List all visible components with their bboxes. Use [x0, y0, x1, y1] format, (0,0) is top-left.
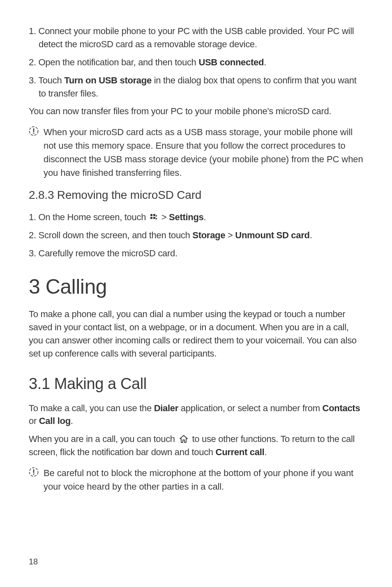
warning-icon — [29, 467, 44, 477]
step-b-2: 2. Scroll down the screen, and then touc… — [29, 229, 363, 242]
svg-rect-11 — [33, 474, 35, 475]
heading-making-call: 3.1 Making a Call — [29, 375, 363, 393]
step-b-1-post: . — [203, 212, 206, 222]
step-b-1: 1. On the Home screen, touch > Settings. — [29, 211, 363, 224]
para-c-b3: Call log — [39, 416, 71, 426]
para-c-post: . — [71, 416, 73, 426]
step-a-2-bold: USB connected — [198, 57, 264, 67]
svg-rect-2 — [33, 133, 35, 134]
svg-rect-10 — [33, 470, 35, 473]
step-b-2-mid: > — [225, 230, 235, 240]
svg-rect-3 — [150, 214, 152, 216]
step-b-2-post: . — [310, 230, 312, 240]
para-c-b2: Contacts — [323, 403, 360, 413]
heading-calling: 3 Calling — [29, 275, 363, 299]
paragraph-in-call: When you are in a call, you can touch to… — [29, 433, 363, 459]
step-b-3: 3. Carefully remove the microSD card. — [29, 247, 363, 260]
note-microphone: Be careful not to block the microphone a… — [29, 466, 363, 493]
step-a-2-post: . — [264, 57, 266, 67]
svg-rect-4 — [153, 214, 155, 216]
step-b-1-pre: 1. On the Home screen, touch — [29, 212, 148, 222]
step-a-3-bold: Turn on USB storage — [64, 75, 152, 85]
step-b-2-pre: 2. Scroll down the screen, and then touc… — [29, 230, 192, 240]
svg-rect-6 — [153, 217, 155, 219]
note-usb-storage: When your microSD card acts as a USB mas… — [29, 125, 363, 180]
step-a-2: 2. Open the notification bar, and then t… — [29, 56, 363, 69]
paragraph-dialer: To make a call, you can use the Dialer a… — [29, 402, 363, 428]
paragraph-calling-intro: To make a phone call, you can dial a num… — [29, 308, 363, 360]
note-microphone-text: Be careful not to block the microphone a… — [44, 466, 363, 493]
note-usb-text: When your microSD card acts as a USB mas… — [44, 125, 363, 180]
para-c-b1: Dialer — [154, 403, 178, 413]
svg-rect-8 — [156, 218, 157, 219]
step-a-3-pre: 3. Touch — [29, 75, 64, 85]
para-d-pre: When you are in a call, you can touch — [29, 434, 178, 444]
home-icon — [179, 435, 188, 443]
warning-icon — [29, 126, 44, 136]
step-a-1: 1. Connect your mobile phone to your PC … — [29, 25, 363, 51]
heading-removing-sd: 2.8.3 Removing the microSD Card — [29, 189, 363, 202]
svg-rect-7 — [156, 215, 157, 216]
step-a-3: 3. Touch Turn on USB storage in the dial… — [29, 74, 363, 100]
step-b-2-bold1: Storage — [192, 230, 225, 240]
para-d-bold: Current call — [216, 447, 265, 457]
step-b-1-bold: Settings — [169, 212, 203, 222]
paragraph-transfer-files: You can now transfer files from your PC … — [29, 105, 363, 118]
para-d-post: . — [264, 447, 267, 457]
document-content: 1. Connect your mobile phone to your PC … — [29, 25, 363, 493]
apps-grid-icon — [150, 214, 157, 221]
svg-rect-1 — [33, 129, 35, 132]
step-b-1-mid: > — [159, 212, 169, 222]
step-b-2-bold2: Unmount SD card — [235, 230, 309, 240]
para-c-mid2: or — [29, 416, 39, 426]
para-c-mid1: application, or select a number from — [178, 403, 323, 413]
para-c-pre: To make a call, you can use the — [29, 403, 154, 413]
svg-rect-5 — [150, 217, 152, 219]
step-a-2-pre: 2. Open the notification bar, and then t… — [29, 57, 198, 67]
page-number: 18 — [29, 557, 38, 566]
